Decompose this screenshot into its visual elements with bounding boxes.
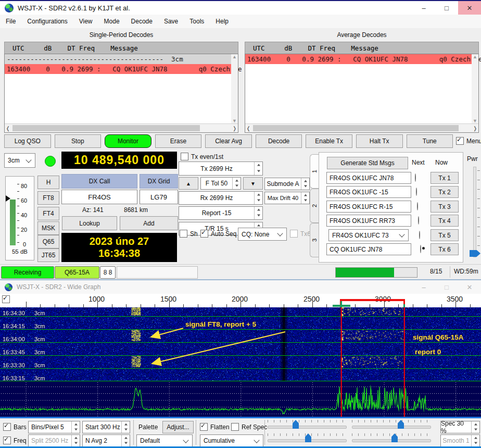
ruler-checkbox[interactable] [2,295,10,303]
menu-tools[interactable]: Tools [184,18,210,25]
menu-configurations[interactable]: Configurations [21,18,73,25]
right-hscrollbar[interactable]: ❬❭ [245,123,478,132]
rx-to-tx-button[interactable]: ▼ [243,177,263,190]
frequency-ruler[interactable]: 1000 1500 2000 2500 3000 3500 [0,294,481,307]
tx3-now-button[interactable]: Tx 3 [431,201,459,213]
erase-button[interactable]: Erase [155,134,202,148]
tab-2[interactable]: 2 [310,189,319,223]
monitor-button[interactable]: Monitor [105,134,151,148]
mode-jt65-button[interactable]: JT65 [37,248,59,262]
decode-band-row[interactable]: ----------------------------------------… [5,54,231,64]
spinner-arrows-icon[interactable] [232,178,240,189]
close-icon[interactable]: ✕ [458,1,481,15]
tab-1[interactable]: 1 [310,154,319,189]
flatten-checkbox[interactable]: Flatten [200,423,230,431]
auto-seq-checkbox[interactable]: Auto Seq [200,230,236,238]
single-period-decodes-panel[interactable]: ----------------------------------------… [4,54,238,133]
mode-h-button[interactable]: H [37,176,59,189]
scroll-left-icon[interactable]: ❬ [245,126,251,131]
main-titlebar[interactable]: WSJT-X - SDR2 v2.6.1 by K1JT et al. – □ … [0,1,481,15]
right-vscrollbar[interactable]: ▲▼ [472,54,478,123]
tx6-checkbox[interactable]: Tx6 [290,230,311,238]
menu-view[interactable]: View [73,18,98,25]
tx-even-checkbox[interactable]: Tx even/1st [181,153,223,160]
sh-checkbox[interactable]: Sh [180,230,198,238]
smooth-spinner[interactable]: Smooth 1 [440,434,480,447]
mode-ft8-button[interactable]: FT8 [37,191,59,205]
spinner-arrows-icon[interactable] [71,421,80,433]
enable-tx-button[interactable]: Enable Tx [306,134,352,148]
spinner-arrows-icon[interactable] [254,207,262,219]
average-decodes-panel[interactable]: 163400 0 0.9 2699 : CQ OK1UFC JN78 q0 Cz… [245,54,479,133]
scroll-left-icon[interactable]: ❬ [5,126,11,131]
maximize-icon[interactable]: □ [435,280,458,294]
report-spinner[interactable]: Report -15 [179,206,263,220]
tx2-next-radio[interactable] [416,188,417,196]
scroll-up-icon[interactable]: ▲ [473,54,477,59]
tx-freq-spinner[interactable]: Tx 2699 Hz [179,161,263,176]
add-button[interactable]: Add [120,216,178,230]
log-qso-button[interactable]: Log QSO [4,134,51,148]
ref-spec-checkbox[interactable]: Ref Spec [231,423,267,431]
tune-button[interactable]: Tune [407,134,453,148]
lookup-button[interactable]: Lookup [62,216,117,230]
submode-spinner[interactable]: Submode A [264,178,310,190]
spinner-arrows-icon[interactable] [471,421,479,433]
clear-avg-button[interactable]: Clear Avg [205,134,252,148]
split-freq-spinner[interactable]: Split 2500 Hz [28,434,80,447]
n-avg-spinner[interactable]: N Avg 2 [82,434,130,447]
tx5-message-select[interactable]: FR4OS OK1UFC 73 [328,229,409,241]
mode-msk-button[interactable]: MSK [37,221,59,235]
tx4-message-field[interactable]: FR4OS OK1UFC RR73 [326,215,411,227]
mode-q65-button[interactable]: Q65 [37,235,59,248]
spinner-arrows-icon[interactable] [121,421,130,433]
bins-per-pixel-spinner[interactable]: Bins/Pixel 5 [28,421,80,433]
scroll-down-icon[interactable]: ▼ [473,118,477,123]
spec-percent-spinner[interactable]: Spec 30 % [440,421,480,433]
adjust-button[interactable]: Adjust... [162,421,194,433]
generate-std-msgs-button[interactable]: Generate Std Msgs [327,157,408,169]
close-icon[interactable]: ✕ [458,280,481,294]
dx-grid-field[interactable]: LG79 [140,190,178,204]
spinner-arrows-icon[interactable] [301,192,309,204]
tx1-next-radio[interactable] [415,173,416,182]
scroll-down-icon[interactable]: ▼ [232,118,237,123]
scroll-right-icon[interactable]: ❭ [472,126,478,131]
tx4-next-radio[interactable] [418,216,419,225]
menu-mode[interactable]: Mode [98,18,125,25]
dx-call-header[interactable]: DX Call [61,174,137,189]
dx-grid-header[interactable]: DX Grid [140,174,178,189]
stop-button[interactable]: Stop [55,134,102,148]
halt-tx-button[interactable]: Halt Tx [356,134,403,148]
tx2-now-button[interactable]: Tx 2 [431,186,459,198]
tx-to-rx-button[interactable]: ▲ [179,177,198,190]
tx4-now-button[interactable]: Tx 4 [431,215,459,227]
spinner-arrows-icon[interactable] [121,435,130,446]
left-hscrollbar[interactable]: ❬❭ [5,123,238,132]
maximize-icon[interactable]: □ [435,1,458,15]
spinner-arrows-icon[interactable] [254,192,262,204]
display-mode-select[interactable]: Cumulative [200,434,263,447]
tx6-next-radio[interactable] [420,245,421,253]
freq-checkbox[interactable]: Freq [3,437,27,444]
mode-ft4-button[interactable]: FT4 [37,207,59,220]
menu-decode[interactable]: Decode [125,18,158,25]
wf-zero-slider[interactable] [352,426,431,429]
hscroll-thumb[interactable] [253,125,459,131]
decode-row[interactable]: 163400 0 0.9 2699 : CQ OK1UFC JN78 q0 Cz… [5,64,231,74]
bars-checkbox[interactable]: Bars [3,423,27,431]
left-vscrollbar[interactable]: ▲▼ [231,54,238,123]
tx3-next-radio[interactable] [417,202,418,210]
frequency-display[interactable]: 10 489,540 000 [61,152,177,169]
dx-call-field[interactable]: FR4OS [61,190,137,204]
decode-button[interactable]: Decode [256,134,302,148]
menu-save[interactable]: Save [158,18,184,25]
menu-help[interactable]: Help [210,18,234,25]
tx6-now-button[interactable]: Tx 6 [431,243,459,255]
avg-decode-row[interactable]: 163400 0 0.9 2699 : CQ OK1UFC JN78 q0 Cz… [245,54,472,64]
tx6-message-field[interactable]: CQ OK1UFC JN78 [326,243,411,255]
tx1-message-field[interactable]: FR4OS OK1UFC JN78 [326,172,411,184]
start-freq-spinner[interactable]: Start 300 Hz [82,421,130,433]
tx2-message-field[interactable]: FR4OS OK1UFC -15 [326,186,411,198]
ftol-spinner[interactable]: F Tol 50 [200,177,241,190]
